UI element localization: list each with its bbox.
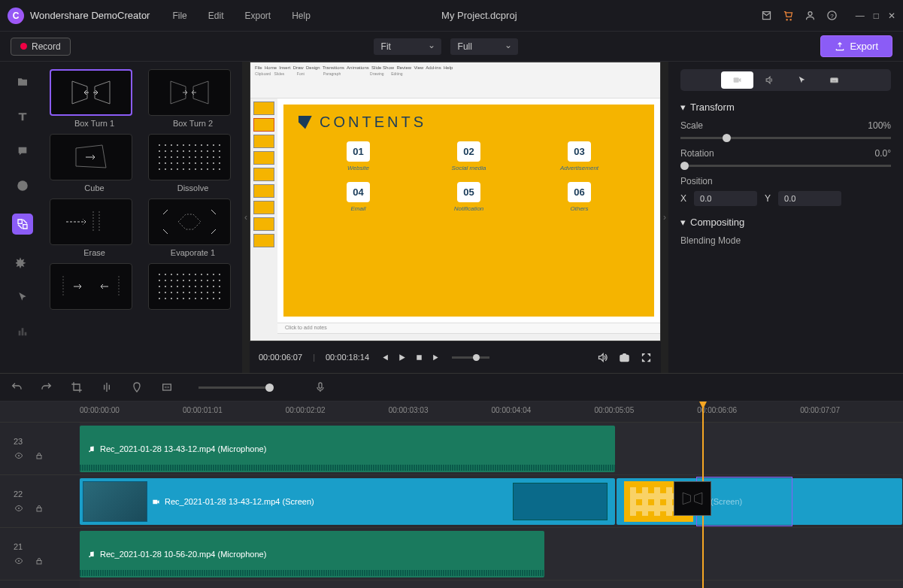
track-row: 22Rec_2021-01-28 13-43-12.mp4 (Screen)(S… xyxy=(0,475,903,528)
record-button[interactable]: Record xyxy=(11,38,71,56)
preview-controls: 00:00:06:07 | 00:00:18:14 xyxy=(250,344,661,370)
cursor-icon[interactable] xyxy=(15,290,30,304)
cart-icon[interactable] xyxy=(783,10,794,21)
volume-icon[interactable] xyxy=(597,352,608,363)
tab-audio[interactable] xyxy=(753,71,786,89)
y-label: Y xyxy=(765,193,771,204)
play-button[interactable] xyxy=(397,353,407,362)
audio-icon[interactable] xyxy=(15,325,30,338)
prev-button[interactable] xyxy=(380,353,389,362)
menu-file[interactable]: File xyxy=(172,11,186,21)
text-icon[interactable] xyxy=(15,110,30,123)
export-label: Export xyxy=(850,41,878,52)
collapse-left-button[interactable]: ‹ xyxy=(242,62,250,373)
lock-icon[interactable] xyxy=(35,556,44,566)
svg-rect-9 xyxy=(417,355,422,360)
music-icon xyxy=(87,550,95,559)
x-label: X xyxy=(680,193,686,204)
ruler-tick: 00:00:04:04 xyxy=(492,402,595,422)
maximize-button[interactable]: □ xyxy=(874,11,879,21)
sticker-icon[interactable] xyxy=(15,179,30,192)
transition-item[interactable]: Box Turn 2 xyxy=(148,69,238,128)
transition-thumb xyxy=(148,134,231,180)
minimize-button[interactable]: — xyxy=(856,11,865,21)
next-button[interactable] xyxy=(432,353,441,362)
tab-cursor[interactable] xyxy=(786,71,818,89)
lock-icon[interactable] xyxy=(35,450,44,461)
stop-button[interactable] xyxy=(414,353,424,362)
video-clip[interactable]: Rec_2021-01-28 13-43-12.mp4 (Screen) xyxy=(80,478,615,525)
svg-marker-6 xyxy=(178,214,201,229)
fullscreen-icon[interactable] xyxy=(641,352,652,363)
undo-icon[interactable] xyxy=(11,381,23,393)
split-icon[interactable] xyxy=(101,381,113,393)
crop-icon[interactable] xyxy=(71,381,83,393)
transitions-icon[interactable] xyxy=(12,214,33,235)
ppt-slide: CONTENTS 01Website02Social media03Advert… xyxy=(283,105,654,317)
transition-drag-preview[interactable] xyxy=(674,481,711,516)
tab-keyboard[interactable] xyxy=(818,71,850,89)
export-button[interactable]: Export xyxy=(820,35,892,57)
ruler-tick: 00:00:07:07 xyxy=(800,402,903,422)
transition-item[interactable]: Erase xyxy=(50,199,139,257)
transition-item[interactable] xyxy=(50,263,139,313)
marker-icon[interactable] xyxy=(131,381,143,393)
svg-text:?: ? xyxy=(830,13,834,20)
timeline-zoom-slider[interactable] xyxy=(198,386,274,389)
user-icon[interactable] xyxy=(805,10,816,21)
transition-thumb xyxy=(148,263,231,310)
tab-video[interactable] xyxy=(721,71,753,89)
rotation-slider[interactable] xyxy=(680,165,891,167)
ruler-tick: 00:00:05:05 xyxy=(594,402,697,422)
transition-item[interactable]: Evaporate 1 xyxy=(148,199,238,257)
snapshot-icon[interactable] xyxy=(619,352,630,363)
track-body[interactable] xyxy=(80,580,903,588)
transition-item[interactable] xyxy=(148,263,238,313)
preview-seek-slider[interactable] xyxy=(452,356,489,359)
ruler-tick: 00:00:01:01 xyxy=(183,402,286,422)
fit-icon[interactable] xyxy=(161,381,173,393)
annotation-icon[interactable] xyxy=(15,144,30,158)
transition-item[interactable]: Cube xyxy=(50,134,139,192)
lock-icon[interactable] xyxy=(35,503,44,514)
transform-section-header[interactable]: ▾ Transform xyxy=(680,102,891,113)
track-body[interactable]: Rec_2021-01-28 13-43-12.mp4 (Microphone) xyxy=(80,423,903,474)
track-body[interactable]: Rec_2021-01-28 10-56-20.mp4 (Microphone) xyxy=(80,528,903,580)
collapse-right-button[interactable]: › xyxy=(661,62,668,373)
transition-label: Dissolve xyxy=(148,183,238,192)
topbar: Record Fit Full Export xyxy=(0,32,903,62)
visibility-icon[interactable] xyxy=(14,451,24,460)
close-button[interactable]: ✕ xyxy=(888,11,895,21)
visibility-icon[interactable] xyxy=(14,556,24,565)
timeline-ruler[interactable]: 00:00:00:0000:00:01:0100:00:02:0200:00:0… xyxy=(0,402,903,423)
y-input[interactable] xyxy=(778,191,841,206)
redo-icon[interactable] xyxy=(41,381,53,393)
transition-label: Box Turn 1 xyxy=(50,119,139,128)
rotation-value: 0.0° xyxy=(875,148,891,159)
media-library-icon[interactable] xyxy=(15,75,30,89)
audio-clip[interactable]: Rec_2021-01-28 10-56-20.mp4 (Microphone) xyxy=(80,531,544,577)
timeline-toolbar xyxy=(0,373,903,402)
help-icon[interactable]: ? xyxy=(826,10,838,21)
effects-icon[interactable] xyxy=(15,256,30,269)
total-time: 00:00:18:14 xyxy=(326,353,369,362)
ppt-notes: Click to add notes xyxy=(277,323,660,333)
titlebar-right: ? — □ ✕ xyxy=(761,10,895,21)
preview-canvas[interactable]: File Home Insert Draw Design Transitions… xyxy=(250,62,661,341)
svg-point-22 xyxy=(18,560,20,562)
ruler-tick: 00:00:03:03 xyxy=(389,402,492,422)
full-dropdown[interactable]: Full xyxy=(450,38,518,55)
scale-slider[interactable] xyxy=(680,137,891,139)
mic-icon[interactable] xyxy=(314,381,326,393)
visibility-icon[interactable] xyxy=(14,504,24,513)
track-header: 20 xyxy=(0,580,80,588)
compositing-section-header[interactable]: ▾ Compositing xyxy=(680,217,891,228)
svg-point-11 xyxy=(623,356,626,359)
audio-clip[interactable]: Rec_2021-01-28 13-43-12.mp4 (Microphone) xyxy=(80,426,615,472)
fit-dropdown[interactable]: Fit xyxy=(374,38,441,55)
transition-item[interactable]: Dissolve xyxy=(148,134,238,192)
mail-icon[interactable] xyxy=(761,10,772,21)
x-input[interactable] xyxy=(694,191,757,206)
transition-item[interactable]: Box Turn 1 xyxy=(50,69,139,128)
track-body[interactable]: Rec_2021-01-28 13-43-12.mp4 (Screen)(Scr… xyxy=(80,475,903,527)
